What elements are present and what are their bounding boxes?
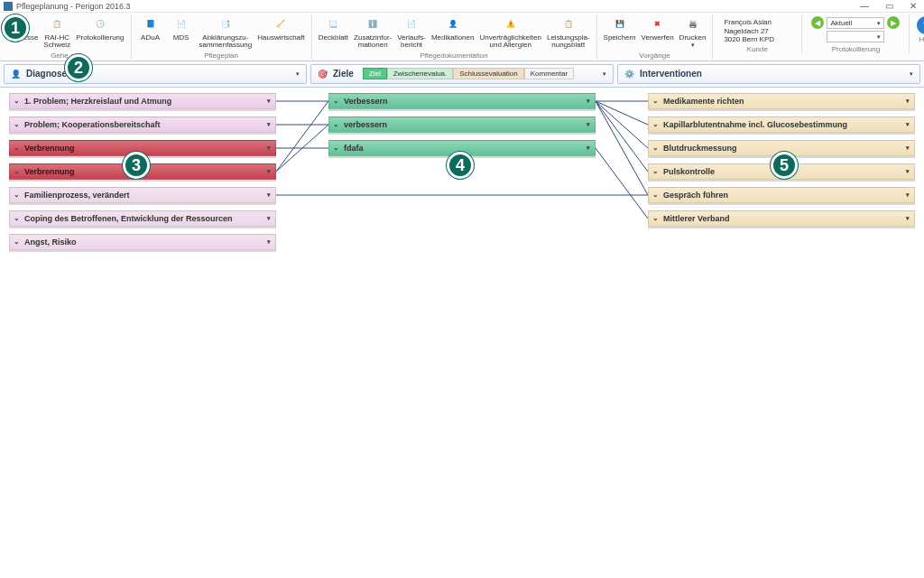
ziele-icon: 🎯 <box>315 67 329 81</box>
tab-zwischenevaluation[interactable]: Zwischenevalua. <box>387 68 454 79</box>
window-minimize-button[interactable]: — <box>856 1 873 11</box>
book-icon: 📘 <box>142 15 160 33</box>
chevron-down-icon[interactable] <box>901 97 914 105</box>
section-interventionen[interactable]: ⚙️ Interventionen <box>617 64 920 84</box>
nav-prev-icon[interactable]: ◀ <box>811 16 824 29</box>
protokoll-current-select[interactable]: Aktuell <box>827 17 884 29</box>
ribbon-btn-speichern[interactable]: 💾Speichern <box>601 14 639 51</box>
warning-icon: ⚠️ <box>502 15 520 33</box>
diagnose-node[interactable]: ⌄Familienprozess, verändert <box>9 187 276 203</box>
chevron-down-icon[interactable] <box>901 191 914 199</box>
ziel-node[interactable]: ⌄verbessern <box>328 117 596 133</box>
chevron-down-icon: ⌄ <box>10 191 23 199</box>
chevron-down-icon[interactable] <box>263 214 275 222</box>
chevron-down-icon <box>877 33 881 41</box>
ribbon-group-pflegedoku: 📃Deckblatt ℹ️Zusatzinfor- mationen 📄Verl… <box>312 14 597 60</box>
ribbon-btn-verlauf[interactable]: 📄Verlaufs- bericht <box>394 14 429 51</box>
tab-kommentar[interactable]: Kommentar <box>524 68 574 79</box>
chevron-down-icon[interactable] <box>901 167 914 175</box>
ribbon-btn-leistungsplan[interactable]: 📋Leistungspla- nungsblatt <box>544 14 593 51</box>
ribbon-btn-label: RAI-HC Schweiz <box>43 34 70 50</box>
chevron-down-icon: ⌄ <box>10 120 23 128</box>
ribbon-btn-drucken[interactable]: 🖨️Drucken <box>677 14 709 51</box>
intervention-node[interactable]: ⌄Kapillarblutentnahme incl. Glucosebesti… <box>648 117 915 133</box>
diagnose-node[interactable]: ⌄Problem; Kooperationsbereitschaft <box>9 117 276 133</box>
svg-line-7 <box>596 101 648 125</box>
section-ziele[interactable]: 🎯 Ziele Ziel Zwischenevalua. Schlusseval… <box>310 64 614 84</box>
kunde-name: François Aslan <box>724 18 790 27</box>
ziele-column: ⌄Verbessern ⌄verbessern ⌄fdafa <box>328 93 596 156</box>
ribbon-group-label: Protokollierung <box>806 45 905 53</box>
help-label: Hilfe <box>919 35 924 43</box>
node-label: Medikamente richten <box>661 97 901 106</box>
ribbon-btn-zusatzinfo[interactable]: ℹ️Zusatzinfor- mationen <box>351 14 394 51</box>
section-diagnosen[interactable]: 👤 Diagnosen <box>4 64 307 84</box>
ribbon-btn-adua[interactable]: 📘ADuA <box>135 14 166 51</box>
window-close-button[interactable]: ✕ <box>906 1 920 11</box>
nav-next-icon[interactable]: ▶ <box>887 16 900 29</box>
diagnose-node[interactable]: ⌄Angst, Risiko <box>9 234 276 250</box>
ribbon-btn-medikationen[interactable]: 👤Medikationen <box>429 14 477 51</box>
protokoll-secondary-select[interactable] <box>827 31 884 42</box>
help-icon[interactable]: ? <box>917 16 924 34</box>
kunde-city: 3020 Bern KPD <box>724 35 790 44</box>
tab-schlussevaluation[interactable]: Schlussevaluation <box>453 68 523 79</box>
window-titlebar: Pflegeplanung - Perigon 2016.3 — ▭ ✕ <box>0 0 924 13</box>
chevron-down-icon[interactable] <box>901 214 914 222</box>
ribbon-group-pflegeplan: 📘ADuA 📄MDS 📑Abklärungszu- sammenfassung … <box>132 14 312 60</box>
chevron-down-icon[interactable] <box>263 144 275 152</box>
node-label: Angst, Risiko <box>23 238 263 247</box>
report-icon: 📑 <box>217 15 235 33</box>
intervention-node[interactable]: ⌄Gespräch führen <box>648 187 915 203</box>
intervention-node[interactable]: ⌄Medikamente richten <box>648 93 915 109</box>
diagnose-node[interactable]: ⌄1. Problem; Herzkreislauf und Atmung <box>9 93 276 109</box>
chevron-down-icon: ⌄ <box>649 167 661 175</box>
node-label: Familienprozess, verändert <box>23 191 263 200</box>
chevron-down-icon[interactable] <box>600 70 609 78</box>
ribbon-btn-verwerfen[interactable]: ✖Verwerfen <box>639 14 677 51</box>
chevron-down-icon[interactable] <box>293 70 302 78</box>
chevron-down-icon[interactable] <box>901 144 914 152</box>
node-label: Kapillarblutentnahme incl. Glucosebestim… <box>661 120 901 129</box>
ribbon-btn-label: Verwerfen <box>642 34 674 42</box>
section-bar: 👤 Diagnosen 🎯 Ziele Ziel Zwischenevalua.… <box>0 61 924 88</box>
window-maximize-button[interactable]: ▭ <box>882 1 897 11</box>
print-icon: 🖨️ <box>684 15 702 33</box>
ziel-node[interactable]: ⌄Verbessern <box>328 93 596 109</box>
node-label: Verbrennung <box>23 144 263 153</box>
chevron-down-icon[interactable] <box>263 120 275 128</box>
ribbon-btn-deckblatt[interactable]: 📃Deckblatt <box>316 14 351 51</box>
ribbon-btn-label: Verlaufs- bericht <box>397 34 426 50</box>
ribbon-btn-label: MDS <box>173 34 189 42</box>
tab-ziel[interactable]: Ziel <box>363 68 387 79</box>
chevron-down-icon: ⌄ <box>10 97 23 105</box>
callout-4: 4 <box>447 152 474 179</box>
node-label: Verbessern <box>342 97 582 106</box>
chevron-down-icon[interactable] <box>907 70 916 78</box>
ribbon-btn-raihc[interactable]: 📋 RAI-HC Schweiz <box>41 14 73 51</box>
chevron-down-icon: ⌄ <box>649 144 661 152</box>
chevron-down-icon[interactable] <box>263 97 275 105</box>
callout-3: 3 <box>123 152 150 179</box>
chevron-down-icon[interactable] <box>582 97 595 105</box>
ribbon-btn-hauswirtschaft[interactable]: 🧹Hauswirtschaft <box>254 14 307 51</box>
chevron-down-icon[interactable] <box>901 120 914 128</box>
chevron-down-icon[interactable] <box>263 238 275 246</box>
chevron-down-icon[interactable] <box>263 191 275 199</box>
chevron-down-icon[interactable] <box>263 167 275 175</box>
chevron-down-icon[interactable] <box>582 120 595 128</box>
chevron-down-icon: ⌄ <box>10 238 23 246</box>
chevron-down-icon: ⌄ <box>649 97 661 105</box>
kunde-street: Nageldach 27 <box>724 27 790 36</box>
ribbon-btn-mds[interactable]: 📄MDS <box>166 14 197 51</box>
chevron-down-icon: ⌄ <box>649 214 661 222</box>
diagnose-node[interactable]: ⌄Coping des Betroffenen, Entwicklung der… <box>9 210 276 227</box>
ribbon-btn-label: Deckblatt <box>319 34 348 42</box>
ribbon-btn-protokollierung[interactable]: 🕒 Protokollierung <box>73 14 126 51</box>
ribbon-btn-allergien[interactable]: ⚠️Unverträglichkeiten und Allergien <box>476 14 543 51</box>
ziel-tabs: Ziel Zwischenevalua. Schlussevaluation K… <box>363 68 574 79</box>
intervention-node[interactable]: ⌄Mittlerer Verband <box>648 210 915 227</box>
ribbon-btn-abklaerung[interactable]: 📑Abklärungszu- sammenfassung <box>197 14 255 51</box>
callout-1: 1 <box>2 14 29 42</box>
chevron-down-icon[interactable] <box>582 144 595 152</box>
